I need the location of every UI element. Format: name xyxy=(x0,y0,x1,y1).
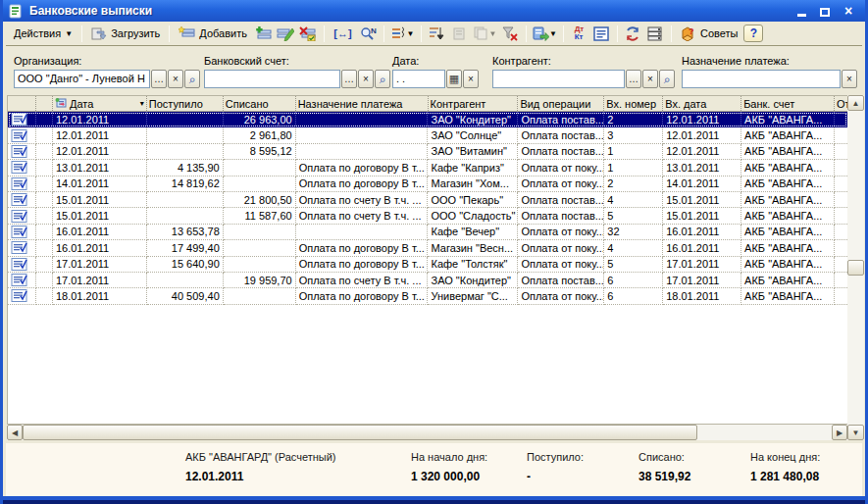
table-cell: Оплата постав... xyxy=(518,144,604,160)
bank-account-clear-icon[interactable]: × xyxy=(358,70,374,88)
dt-kt-postings-button[interactable]: ДтКт xyxy=(569,24,589,44)
table-cell: АКБ "АВАНГА... xyxy=(741,192,835,208)
date-input[interactable]: . . xyxy=(392,70,445,88)
column-icon[interactable] xyxy=(8,96,36,111)
minimize-button[interactable] xyxy=(794,5,808,17)
table-cell: ЗАО "Солнце" xyxy=(428,127,518,143)
date-clear-icon[interactable]: × xyxy=(463,70,479,88)
history-button[interactable] xyxy=(449,24,470,44)
horizontal-scrollbar[interactable]: ◀ ▶ xyxy=(7,425,847,440)
bank-account-search-icon[interactable]: ⌕ xyxy=(375,70,390,88)
actions-button[interactable]: Действия▼ xyxy=(10,24,77,44)
column-counterparty[interactable]: Контрагент xyxy=(429,96,519,111)
filter-clear-button[interactable] xyxy=(500,24,521,44)
table-row[interactable]: 16.01.201113 653,78Кафе "Вечер"Оплата от… xyxy=(8,225,847,240)
table-row[interactable]: 13.01.20114 135,90Оплата по договору В т… xyxy=(8,160,847,176)
vertical-scrollbar[interactable]: ▲ ▼ xyxy=(847,95,864,440)
close-button[interactable]: × xyxy=(842,5,855,17)
delete-button[interactable] xyxy=(298,24,319,44)
find-by-number-icon[interactable]: N xyxy=(358,24,379,44)
table-row[interactable]: 17.01.201115 640,90Оплата по договору В … xyxy=(8,257,847,273)
column-payment-purpose[interactable]: Назначение платежа xyxy=(296,96,429,111)
table-cell: Магазин "Весн... xyxy=(428,240,518,256)
table-row[interactable]: 16.01.201117 499,40Оплата по договору В … xyxy=(8,240,847,256)
help-button[interactable]: ? xyxy=(743,25,763,42)
organization-clear-icon[interactable]: × xyxy=(168,70,183,88)
table-row[interactable]: 12.01.20112 961,80ЗАО "Солнце"Оплата пос… xyxy=(8,127,847,143)
refresh-icon[interactable] xyxy=(623,24,643,44)
table-cell xyxy=(147,144,224,160)
counterparty-input[interactable] xyxy=(492,70,625,88)
document-structure-button[interactable] xyxy=(591,24,612,44)
table-cell xyxy=(147,273,224,288)
list-display-button[interactable] xyxy=(645,24,666,44)
column-received[interactable]: Поступило xyxy=(147,96,224,111)
edit-button[interactable] xyxy=(276,24,296,44)
counterparty-ellipsis-button[interactable]: … xyxy=(626,70,641,88)
create-based-on-button[interactable]: ▼ xyxy=(472,24,498,44)
table-cell: 17.01.2011 xyxy=(663,273,741,288)
column-bank-account[interactable]: Банк. счет xyxy=(741,96,835,111)
column-operation-type[interactable]: Вид операции xyxy=(518,96,604,111)
column-responsible[interactable]: От xyxy=(835,96,847,111)
calendar-icon[interactable]: ▦ xyxy=(446,70,462,88)
table-row[interactable]: 12.01.20118 595,12ЗАО "Витамин"Оплата по… xyxy=(8,144,847,160)
table-row[interactable]: 14.01.201114 819,62Оплата по договору В … xyxy=(8,176,847,192)
organization-ellipsis-button[interactable]: … xyxy=(151,70,167,88)
vertical-scroll-thumb[interactable] xyxy=(847,260,864,276)
column-written-off[interactable]: Списано xyxy=(224,96,296,111)
table-cell: 6 xyxy=(604,273,663,288)
table-cell xyxy=(224,240,296,256)
sort-button[interactable] xyxy=(427,24,447,44)
table-cell: Оплата от поку... xyxy=(518,176,604,192)
scroll-left-icon[interactable]: ◀ xyxy=(7,425,23,440)
table-cell: 5 xyxy=(604,208,663,224)
scroll-right-icon[interactable]: ▶ xyxy=(832,425,847,440)
table-row[interactable]: 15.01.201121 800,50Оплата по счету В т.ч… xyxy=(8,192,847,208)
restore-column-width-button[interactable]: [↔] xyxy=(330,24,356,44)
counterparty-clear-icon[interactable]: × xyxy=(642,70,658,88)
payment-purpose-input[interactable] xyxy=(682,70,841,88)
table-cell xyxy=(835,225,847,240)
maximize-button[interactable] xyxy=(818,5,832,17)
transfer-document-button[interactable]: ▼ xyxy=(532,24,558,44)
title-bar[interactable]: Банковские выписки × xyxy=(3,0,865,22)
copy-add-button[interactable] xyxy=(253,24,274,44)
organization-search-icon[interactable]: ⌕ xyxy=(184,70,200,88)
list-settings-button[interactable]: ▼ xyxy=(389,24,416,44)
table-cell: АКБ "АВАНГА... xyxy=(741,288,835,304)
bank-account-ellipsis-button[interactable]: … xyxy=(341,70,357,88)
table-cell xyxy=(835,192,847,208)
table-cell: АКБ "АВАНГА... xyxy=(741,240,835,256)
table-cell: 14 819,62 xyxy=(147,176,224,192)
column-date[interactable]: Дата ▾ xyxy=(53,96,147,111)
table-row[interactable]: 18.01.201140 509,40Оплата по договору В … xyxy=(8,288,847,304)
written-off-value: 38 519,92 xyxy=(638,470,690,483)
day-end-value: 1 281 480,08 xyxy=(750,470,820,483)
tips-book-icon: ? xyxy=(681,26,696,41)
table-row[interactable]: 17.01.201119 959,70Оплата по счету В т.ч… xyxy=(8,273,847,288)
row-flag-cell xyxy=(36,273,53,288)
table-row[interactable]: 12.01.201126 963,00ЗАО "Кондитер"Оплата … xyxy=(8,112,847,127)
scroll-up-icon[interactable]: ▲ xyxy=(847,95,864,111)
payment-purpose-clear-icon[interactable]: × xyxy=(842,70,857,88)
tips-button[interactable]: ? Советы xyxy=(677,24,741,44)
table-cell: Кафе "Каприз" xyxy=(428,160,518,176)
table-cell: 2 xyxy=(604,112,663,127)
table-cell: ООО "Пекарь" xyxy=(428,192,518,208)
sort-descending-icon: ▾ xyxy=(140,99,144,108)
document-posted-icon xyxy=(8,240,36,256)
horizontal-scroll-thumb[interactable] xyxy=(23,425,697,440)
table-cell: Универмаг "С... xyxy=(428,288,518,304)
table-cell: 40 509,40 xyxy=(147,288,224,304)
organization-input[interactable]: ООО "Данго" - Луневой Н xyxy=(14,70,150,88)
column-incoming-date[interactable]: Вх. дата xyxy=(663,96,741,111)
column-flag[interactable] xyxy=(36,96,53,111)
add-button[interactable]: Добавить xyxy=(175,24,251,44)
column-incoming-number[interactable]: Вх. номер xyxy=(604,96,663,111)
scroll-down-icon[interactable]: ▼ xyxy=(847,425,864,440)
table-row[interactable]: 15.01.201111 587,60Оплата по счету В т.ч… xyxy=(8,208,847,224)
load-button[interactable]: Загрузить xyxy=(87,24,164,44)
bank-account-input[interactable] xyxy=(204,70,340,88)
counterparty-search-icon[interactable]: ⌕ xyxy=(659,70,675,88)
